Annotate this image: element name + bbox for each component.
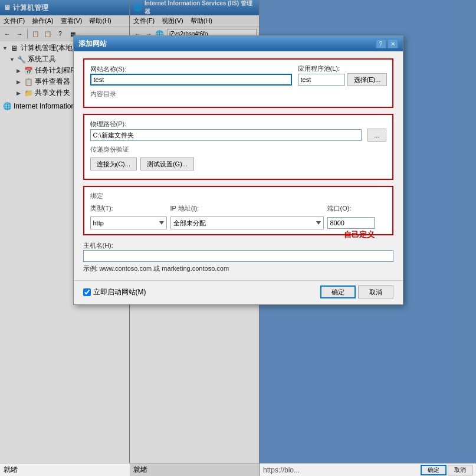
dialog-footer: 立即启动网站(M) 确定 取消 (74, 280, 403, 304)
connect-as-btn[interactable]: 连接为(C)... (90, 157, 137, 170)
connect-buttons-row: 连接为(C)... 测试设置(G)... (90, 157, 386, 170)
start-site-checkbox-row: 立即启动网站(M) (83, 287, 146, 297)
example-text: 示例: www.contoso.com 或 marketing.contoso.… (83, 264, 393, 273)
dialog-help-btn[interactable]: ? (376, 39, 386, 48)
physical-path-section: 物理路径(P): ... 传递身份验证 连接为(C)... 测试设置(G)... (83, 114, 393, 180)
dialog-title-bar: 添加网站 ? ✕ (74, 36, 403, 51)
physical-path-label: 物理路径(P): (90, 120, 386, 129)
app-pool-group: 应用程序池(L): 选择(E)... (298, 64, 386, 86)
pass-auth-label: 传递身份验证 (90, 145, 386, 154)
site-name-section: 网站名称(S): 应用程序池(L): 选择(E)... 内容目录 (83, 58, 393, 108)
dialog-title-controls: ? ✕ (376, 39, 398, 48)
site-name-input[interactable] (90, 74, 292, 86)
dialog-title-text: 添加网站 (78, 39, 107, 49)
url-status-bar: https://blo... 确定 取消 (260, 463, 476, 476)
bottom-status: 就绪 (0, 463, 130, 476)
binding-label: 绑定 (90, 192, 386, 201)
physical-path-row: ... (90, 129, 386, 142)
custom-note: 自己定义 (344, 229, 375, 240)
dialog-bottom-btns: 确定 取消 (421, 465, 472, 475)
dialog-body: 网站名称(S): 应用程序池(L): 选择(E)... 内容目录 (74, 51, 403, 280)
site-name-group: 网站名称(S): (90, 65, 292, 86)
dialog-overlay: 添加网站 ? ✕ 网站名称(S): 应 (0, 0, 476, 476)
add-website-dialog: 添加网站 ? ✕ 网站名称(S): 应 (73, 35, 403, 305)
app-pool-row: 选择(E)... (298, 73, 386, 86)
dialog-close-btn[interactable]: ✕ (388, 39, 398, 48)
ip-label: IP 地址(I): (170, 204, 324, 213)
start-site-checkbox[interactable] (83, 288, 91, 296)
cancel-btn[interactable]: 取消 (358, 285, 393, 298)
hostname-input[interactable] (83, 250, 393, 262)
select-pool-btn[interactable]: 选择(E)... (347, 73, 388, 86)
ip-select[interactable]: 全部未分配 (170, 216, 324, 229)
type-select[interactable]: http https (90, 216, 167, 229)
app-pool-input[interactable] (298, 74, 345, 86)
url-text: https://blo... (263, 466, 300, 474)
start-site-label[interactable]: 立即启动网站(M) (93, 287, 146, 297)
port-label: 端口(O): (327, 204, 386, 213)
physical-path-input[interactable] (90, 129, 362, 141)
binding-grid: 类型(T): IP 地址(I): 端口(O): http https 全部未分配 (90, 204, 386, 229)
hostname-section: 主机名(H): 示例: www.contoso.com 或 marketing.… (83, 241, 393, 273)
ok-btn[interactable]: 确定 (320, 285, 356, 298)
binding-section: 绑定 类型(T): IP 地址(I): 端口(O): http https 全部… (83, 186, 393, 235)
type-label: 类型(T): (90, 204, 167, 213)
footer-buttons: 确定 取消 (320, 285, 393, 298)
dialog-title-left: 添加网站 (78, 39, 107, 49)
app-pool-label: 应用程序池(L): (298, 64, 386, 73)
content-dir-label: 内容目录 (90, 90, 386, 99)
browse-btn[interactable]: ... (367, 129, 386, 142)
bottom-ok-btn[interactable]: 确定 (421, 465, 447, 475)
site-name-label: 网站名称(S): (90, 65, 292, 74)
port-input[interactable] (327, 217, 375, 229)
site-name-row: 网站名称(S): 应用程序池(L): 选择(E)... (90, 64, 386, 86)
bottom-status-text: 就绪 (4, 465, 18, 475)
hostname-label: 主机名(H): (83, 241, 393, 250)
bottom-cancel-btn[interactable]: 取消 (448, 465, 472, 475)
test-settings-btn[interactable]: 测试设置(G)... (140, 157, 194, 170)
app-frame: 🖥 计算机管理 文件(F) 操作(A) 查看(V) 帮助(H) ← → 📋 📋 … (0, 0, 476, 476)
